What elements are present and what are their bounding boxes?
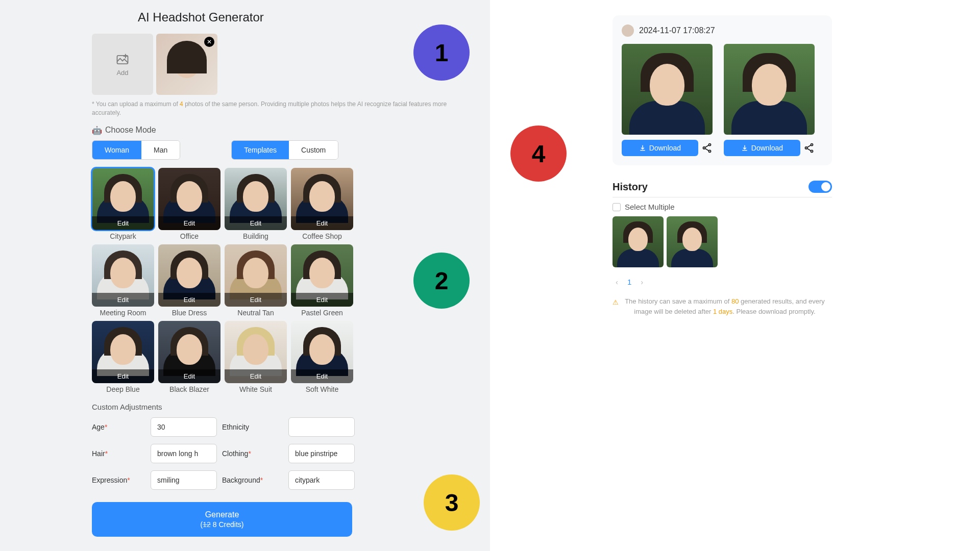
age-input[interactable] xyxy=(151,417,217,437)
prev-page-icon[interactable]: ‹ xyxy=(616,278,618,286)
template-thumb[interactable]: Edit xyxy=(291,321,353,383)
template-name: Building xyxy=(243,232,268,240)
result-timestamp: 2024-11-07 17:08:27 xyxy=(639,26,715,35)
share-icon[interactable] xyxy=(803,142,815,154)
select-multiple-checkbox[interactable] xyxy=(612,203,621,211)
templates-grid: Edit Citypark Edit Office Edit Building … xyxy=(92,168,459,393)
step-badge-4: 4 xyxy=(510,126,567,182)
history-note: ⚠ The history can save a maximum of 80 g… xyxy=(612,296,827,316)
template-name: Blue Dress xyxy=(172,309,207,317)
custom-button[interactable]: Custom xyxy=(289,141,338,159)
page-title: AI Headshot Generator xyxy=(138,10,459,24)
add-image-icon xyxy=(115,53,130,67)
page-number[interactable]: 1 xyxy=(627,278,631,286)
robot-icon: 🤖 xyxy=(92,126,102,135)
svg-point-1 xyxy=(708,144,710,146)
template-edit-button[interactable]: Edit xyxy=(158,216,220,230)
template-thumb[interactable]: Edit xyxy=(291,244,353,307)
template-edit-button[interactable]: Edit xyxy=(225,369,287,383)
template-edit-button[interactable]: Edit xyxy=(92,293,154,307)
remove-photo-button[interactable]: ✕ xyxy=(204,37,214,47)
template-edit-button[interactable]: Edit xyxy=(158,293,220,307)
template-edit-button[interactable]: Edit xyxy=(291,369,353,383)
man-button[interactable]: Man xyxy=(141,141,180,159)
upload-note: * You can upload a maximum of 4 photos o… xyxy=(92,100,459,117)
hair-input[interactable] xyxy=(151,444,217,463)
template-edit-button[interactable]: Edit xyxy=(225,216,287,230)
step-badge-1: 1 xyxy=(413,24,470,81)
template-name: Black Blazer xyxy=(169,385,209,393)
download-icon xyxy=(639,144,646,152)
share-icon[interactable] xyxy=(701,142,713,154)
select-multiple-label: Select Multiple xyxy=(625,203,675,211)
template-thumb[interactable]: Edit xyxy=(92,168,154,230)
custom-adjustments-title: Custom Adjustments xyxy=(92,403,459,411)
download-button[interactable]: Download xyxy=(622,140,698,156)
hair-label: Hair* xyxy=(92,449,145,458)
template-name: White Suit xyxy=(239,385,272,393)
template-name: Deep Blue xyxy=(106,385,139,393)
ethnicity-label: Ethnicity xyxy=(222,423,283,431)
avatar xyxy=(622,24,634,37)
template-thumb[interactable]: Edit xyxy=(225,168,287,230)
result-image[interactable] xyxy=(622,44,713,135)
template-edit-button[interactable]: Edit xyxy=(92,369,154,383)
templates-button[interactable]: Templates xyxy=(232,141,289,159)
age-label: Age* xyxy=(92,423,145,431)
template-thumb[interactable]: Edit xyxy=(158,168,220,230)
template-name: Coffee Shop xyxy=(302,232,342,240)
template-thumb[interactable]: Edit xyxy=(92,321,154,383)
step-badge-2: 2 xyxy=(413,253,470,309)
svg-point-4 xyxy=(811,144,813,146)
svg-point-3 xyxy=(708,150,710,152)
select-multiple-row: Select Multiple xyxy=(612,203,939,211)
history-thumbnail[interactable] xyxy=(612,216,664,267)
ethnicity-input[interactable] xyxy=(288,417,355,437)
template-edit-button[interactable]: Edit xyxy=(291,216,353,230)
upload-row: Add ✕ xyxy=(92,34,459,95)
download-icon xyxy=(741,144,748,152)
pagination: ‹ 1 › xyxy=(616,278,939,286)
svg-point-5 xyxy=(805,147,807,149)
template-edit-button[interactable]: Edit xyxy=(225,293,287,307)
history-thumbnail[interactable] xyxy=(667,216,718,267)
result-card: 2024-11-07 17:08:27 Download D xyxy=(612,15,832,165)
svg-point-6 xyxy=(811,150,813,152)
background-label: Background* xyxy=(222,476,283,484)
expression-input[interactable] xyxy=(151,470,217,490)
history-toggle[interactable] xyxy=(808,181,832,193)
generate-button[interactable]: Generate (128 Credits) xyxy=(92,502,352,537)
template-name: Meeting Room xyxy=(100,309,146,317)
template-edit-button[interactable]: Edit xyxy=(92,216,154,230)
result-image[interactable] xyxy=(724,44,815,135)
history-title: History xyxy=(612,181,648,193)
expression-label: Expression* xyxy=(92,476,145,484)
next-page-icon[interactable]: › xyxy=(641,278,643,286)
background-input[interactable] xyxy=(288,470,355,490)
template-thumb[interactable]: Edit xyxy=(291,168,353,230)
template-name: Office xyxy=(180,232,199,240)
template-edit-button[interactable]: Edit xyxy=(291,293,353,307)
template-thumb[interactable]: Edit xyxy=(158,244,220,307)
template-thumb[interactable]: Edit xyxy=(225,244,287,307)
add-photo-button[interactable]: Add xyxy=(92,34,153,95)
clothing-input[interactable] xyxy=(288,444,355,463)
choose-mode-label: 🤖 Choose Mode xyxy=(92,126,459,135)
step-badge-3: 3 xyxy=(424,474,480,531)
template-thumb[interactable]: Edit xyxy=(158,321,220,383)
template-name: Neutral Tan xyxy=(237,309,274,317)
svg-point-2 xyxy=(703,147,705,149)
template-name: Pastel Green xyxy=(301,309,343,317)
template-thumb[interactable]: Edit xyxy=(225,321,287,383)
template-thumb[interactable]: Edit xyxy=(92,244,154,307)
template-name: Soft White xyxy=(306,385,339,393)
gender-toggle: Woman Man xyxy=(92,140,180,160)
style-toggle: Templates Custom xyxy=(231,140,338,160)
woman-button[interactable]: Woman xyxy=(92,141,141,159)
warning-icon: ⚠ xyxy=(612,297,619,316)
uploaded-photo[interactable]: ✕ xyxy=(156,34,217,95)
template-name: Citypark xyxy=(110,232,136,240)
template-edit-button[interactable]: Edit xyxy=(158,369,220,383)
add-label: Add xyxy=(116,69,128,77)
download-button[interactable]: Download xyxy=(724,140,800,156)
